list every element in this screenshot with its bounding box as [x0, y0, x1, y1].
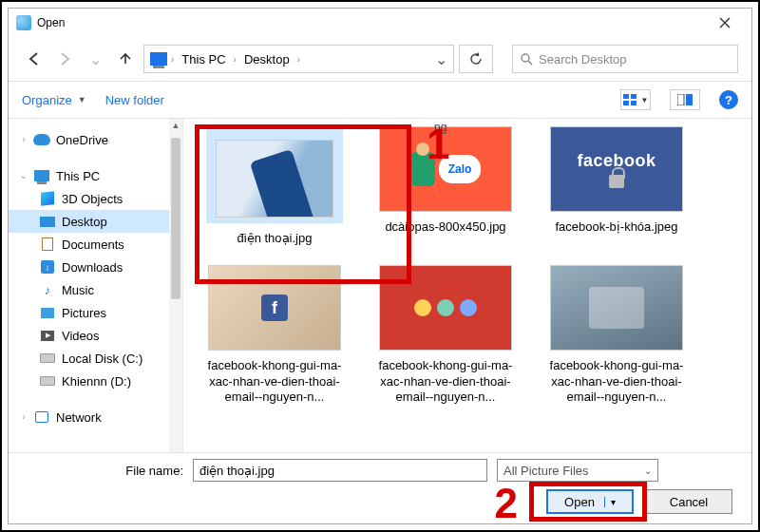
tree-desktop[interactable]: Desktop	[9, 210, 182, 233]
file-item[interactable]: điện thoại.jpg	[200, 126, 349, 246]
preview-icon	[677, 94, 693, 105]
file-name: facebook-bị-khóa.jpeg	[555, 219, 677, 235]
scroll-thumb[interactable]	[171, 138, 180, 299]
refresh-icon	[469, 52, 483, 66]
chevron-right-icon: ›	[297, 54, 300, 65]
filename-input[interactable]	[193, 459, 487, 482]
chevron-down-icon: ⌄	[89, 50, 102, 68]
svg-point-0	[522, 54, 529, 62]
tree-music[interactable]: ♪Music	[9, 278, 182, 301]
new-folder-button[interactable]: New folder	[105, 93, 164, 107]
tree-localdisk[interactable]: Local Disk (C:)	[9, 347, 182, 370]
tree-network[interactable]: ›Network	[9, 406, 182, 428]
organize-button[interactable]: Organize▼	[22, 93, 86, 107]
file-item[interactable]: Zalo dcàiopas-800x450.jpg	[371, 126, 520, 246]
file-name: facebook-khong-gui-ma-xac-nhan-ve-dien-t…	[200, 358, 349, 405]
file-thumbnail	[216, 140, 333, 218]
search-icon	[521, 53, 533, 66]
nav-row: ⌄ › This PC › Desktop › ⌄ Search Desktop	[9, 37, 751, 81]
chevron-down-icon[interactable]: ⌄	[435, 50, 447, 68]
svg-rect-4	[631, 101, 636, 105]
file-pane[interactable]: pg điện thoại.jpg Zalo dcàiopas-800x450.…	[183, 119, 751, 452]
preview-pane-button[interactable]	[670, 89, 700, 110]
chevron-right-icon: ›	[234, 54, 237, 65]
tree-videos[interactable]: Videos	[9, 324, 182, 347]
view-mode-button[interactable]: ▼	[620, 89, 651, 110]
filename-label: File name:	[22, 464, 183, 478]
file-name: dcàiopas-800x450.jpg	[385, 219, 505, 235]
scroll-up-icon: ▲	[172, 119, 180, 132]
close-icon	[719, 17, 731, 28]
file-item[interactable]: facebook-khong-gui-ma-xac-nhan-ve-dien-t…	[371, 265, 520, 405]
thumbnails-icon	[623, 94, 638, 105]
file-thumbnail	[379, 265, 512, 351]
file-thumbnail: facebook	[550, 126, 683, 212]
svg-rect-6	[686, 94, 693, 105]
crumb-desktop[interactable]: Desktop	[240, 52, 294, 66]
help-button[interactable]: ?	[719, 90, 738, 109]
svg-rect-3	[623, 101, 629, 105]
tree-scrollbar[interactable]: ▲	[169, 119, 182, 452]
arrow-left-icon	[27, 51, 42, 66]
arrow-up-icon	[118, 51, 133, 66]
thispc-icon	[34, 170, 49, 181]
chevron-down-icon: ▼	[641, 96, 649, 104]
tree-3dobjects[interactable]: 3D Objects	[9, 187, 182, 210]
videos-icon	[41, 331, 54, 341]
disk-icon	[40, 376, 55, 386]
chevron-right-icon: ›	[171, 54, 174, 65]
file-thumbnail	[550, 265, 683, 351]
tree-khiennn[interactable]: Khiennn (D:)	[9, 370, 182, 392]
arrow-right-icon	[57, 51, 72, 66]
filetype-select[interactable]: All Picture Files⌄	[497, 459, 658, 482]
address-bar[interactable]: › This PC › Desktop › ⌄	[143, 45, 454, 73]
file-name: facebook-khong-gui-ma-xac-nhan-ve-dien-t…	[542, 358, 691, 405]
svg-rect-2	[631, 94, 636, 99]
app-icon	[16, 15, 31, 30]
bottom-bar: File name: All Picture Files⌄ Open▾ Canc…	[9, 452, 751, 523]
up-button[interactable]	[113, 47, 138, 71]
file-item[interactable]: facebook-khong-gui-ma-xac-nhan-ve-dien-t…	[542, 265, 691, 405]
help-icon: ?	[725, 93, 732, 107]
music-icon: ♪	[39, 282, 56, 297]
split-chevron-icon: ▾	[604, 497, 616, 507]
open-button[interactable]: Open▾	[546, 489, 634, 514]
forward-button[interactable]	[52, 47, 77, 71]
file-thumbnail: f	[208, 265, 341, 351]
onedrive-icon	[33, 134, 50, 145]
download-icon	[41, 260, 54, 274]
titlebar: Open	[9, 9, 751, 37]
document-icon	[42, 238, 53, 251]
chevron-right-icon: ›	[20, 412, 28, 422]
file-name: facebook-khong-gui-ma-xac-nhan-ve-dien-t…	[371, 358, 520, 405]
partial-filename: pg	[434, 121, 446, 134]
disk-icon	[40, 353, 55, 363]
svg-rect-5	[677, 94, 684, 105]
thispc-icon	[150, 52, 167, 66]
refresh-button[interactable]	[459, 45, 493, 73]
toolbar: Organize▼ New folder ▼ ?	[9, 81, 751, 119]
file-thumbnail: Zalo	[379, 126, 512, 212]
search-placeholder: Search Desktop	[539, 52, 627, 66]
chevron-right-icon: ›	[20, 135, 28, 144]
network-icon	[35, 411, 48, 423]
file-item[interactable]: facebook facebook-bị-khóa.jpeg	[542, 126, 691, 246]
dialog-frame: Open ⌄ › This PC › Desktop › ⌄ Search De…	[0, 0, 760, 532]
recent-button[interactable]: ⌄	[83, 47, 107, 71]
tree-pictures[interactable]: Pictures	[9, 301, 182, 324]
tree-downloads[interactable]: Downloads	[9, 256, 182, 278]
tree-thispc[interactable]: ⌄This PC	[9, 164, 182, 187]
nav-tree: ›OneDrive ⌄This PC 3D Objects Desktop Do…	[9, 119, 183, 452]
chevron-down-icon: ⌄	[20, 171, 28, 180]
cancel-button[interactable]: Cancel	[645, 489, 732, 514]
crumb-thispc[interactable]: This PC	[178, 52, 229, 66]
close-button[interactable]	[706, 10, 744, 36]
cube-icon	[41, 191, 54, 205]
back-button[interactable]	[22, 47, 47, 71]
svg-rect-1	[623, 94, 629, 99]
file-item[interactable]: f facebook-khong-gui-ma-xac-nhan-ve-dien…	[200, 265, 349, 405]
tree-documents[interactable]: Documents	[9, 233, 182, 256]
search-input[interactable]: Search Desktop	[512, 45, 738, 73]
tree-onedrive[interactable]: ›OneDrive	[9, 128, 182, 151]
desktop-icon	[40, 217, 55, 227]
